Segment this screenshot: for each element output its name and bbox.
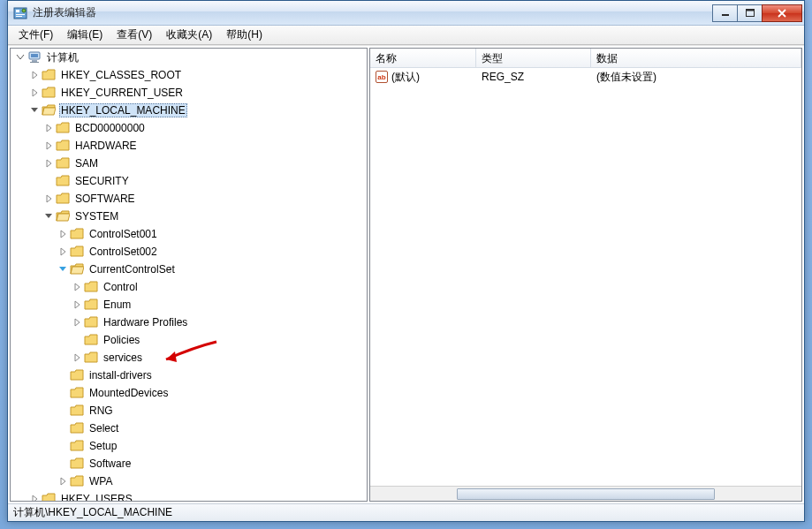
list-row[interactable]: ab (默认) REG_SZ (数值未设置) xyxy=(370,68,801,86)
blank-toggle xyxy=(42,175,55,187)
expand-icon[interactable] xyxy=(28,69,41,81)
tree-node-rng[interactable]: RNG xyxy=(57,402,367,419)
tree-label: SECURITY xyxy=(73,175,131,187)
expand-icon[interactable] xyxy=(71,281,83,293)
expand-icon[interactable] xyxy=(42,193,55,205)
horizontal-scrollbar[interactable] xyxy=(370,486,801,501)
tree-node-wpa[interactable]: WPA xyxy=(57,472,367,490)
tree-node-computer[interactable]: 计算机 xyxy=(14,49,367,66)
menu-favorites[interactable]: 收藏夹(A) xyxy=(159,26,219,44)
tree-node-enum[interactable]: Enum xyxy=(71,296,367,314)
expand-icon[interactable] xyxy=(28,493,41,502)
tree-label: RNG xyxy=(87,404,115,417)
folder-icon xyxy=(84,281,98,293)
statusbar-path: 计算机\HKEY_LOCAL_MACHINE xyxy=(13,505,172,520)
expand-icon[interactable] xyxy=(42,122,55,134)
blank-toggle xyxy=(57,457,69,470)
folder-icon xyxy=(42,493,56,502)
collapse-icon[interactable] xyxy=(42,210,55,223)
tree-node-hku[interactable]: HKEY_USERS xyxy=(28,490,367,502)
tree-node-hwprofiles[interactable]: Hardware Profiles xyxy=(71,314,367,331)
tree-label: 计算机 xyxy=(45,50,80,65)
tree-label: Policies xyxy=(102,334,141,346)
expand-icon[interactable] xyxy=(57,475,69,487)
folder-open-icon xyxy=(42,104,56,117)
minimize-button[interactable] xyxy=(712,4,737,22)
expand-icon[interactable] xyxy=(28,87,41,99)
folder-open-icon xyxy=(70,263,84,276)
tree-node-install-drivers[interactable]: install-drivers xyxy=(57,367,367,384)
tree-label: BCD00000000 xyxy=(73,122,147,134)
tree-label: HKEY_LOCAL_MACHINE xyxy=(59,103,187,117)
window-title: 注册表编辑器 xyxy=(33,5,712,20)
values-panel: 名称 类型 数据 ab (默认) REG_SZ (数值未设置) xyxy=(369,48,802,502)
expand-icon[interactable] xyxy=(42,157,55,170)
maximize-button[interactable] xyxy=(737,4,762,22)
list-body[interactable]: ab (默认) REG_SZ (数值未设置) xyxy=(370,68,801,486)
folder-icon xyxy=(84,316,98,329)
expand-icon[interactable] xyxy=(71,351,83,364)
tree-node-bcd[interactable]: BCD00000000 xyxy=(42,119,367,137)
tree-node-mounted[interactable]: MountedDevices xyxy=(57,384,367,402)
tree-label: WPA xyxy=(87,475,114,487)
collapse-icon[interactable] xyxy=(57,263,69,276)
menu-edit[interactable]: 编辑(E) xyxy=(60,26,110,44)
svg-rect-2 xyxy=(16,14,25,15)
tree-node-software2[interactable]: Software xyxy=(57,455,367,472)
tree-node-hardware[interactable]: HARDWARE xyxy=(42,137,367,155)
tree-node-control[interactable]: Control xyxy=(71,278,367,296)
svg-rect-9 xyxy=(32,60,37,62)
tree-node-cs001[interactable]: ControlSet001 xyxy=(57,225,367,243)
tree-node-system[interactable]: SYSTEM xyxy=(42,208,367,225)
tree-node-cs002[interactable]: ControlSet002 xyxy=(57,243,367,261)
menu-help[interactable]: 帮助(H) xyxy=(219,26,269,44)
computer-icon xyxy=(27,50,42,64)
tree-node-select[interactable]: Select xyxy=(57,419,367,437)
value-type: REG_SZ xyxy=(476,70,591,84)
tree-node-sam[interactable]: SAM xyxy=(42,155,367,172)
menu-file[interactable]: 文件(F) xyxy=(11,26,60,44)
expand-icon[interactable] xyxy=(42,140,55,152)
tree-node-software[interactable]: SOFTWARE xyxy=(42,190,367,208)
blank-toggle xyxy=(57,369,69,382)
svg-rect-10 xyxy=(30,62,39,63)
tree-label: ControlSet001 xyxy=(87,228,159,240)
tree-node-hklm[interactable]: HKEY_LOCAL_MACHINE xyxy=(28,102,367,119)
tree-panel[interactable]: 计算机 HKEY_CLASSES_ROOT xyxy=(10,48,368,502)
tree-node-hkcr[interactable]: HKEY_CLASSES_ROOT xyxy=(28,66,367,84)
tree-label: SAM xyxy=(73,157,100,170)
collapse-icon[interactable] xyxy=(14,51,27,64)
tree-node-services[interactable]: services xyxy=(71,349,367,367)
tree-node-hkcu[interactable]: HKEY_CURRENT_USER xyxy=(28,84,367,102)
tree-label: MountedDevices xyxy=(87,387,170,399)
svg-point-4 xyxy=(22,9,26,12)
expand-icon[interactable] xyxy=(71,299,83,311)
folder-icon xyxy=(70,404,84,417)
tree-node-security[interactable]: SECURITY xyxy=(42,172,367,190)
folder-icon xyxy=(70,387,84,399)
tree-label: install-drivers xyxy=(87,369,154,382)
tree-node-setup[interactable]: Setup xyxy=(57,437,367,455)
blank-toggle xyxy=(71,334,83,346)
scrollbar-thumb[interactable] xyxy=(457,488,716,500)
tree-label: SYSTEM xyxy=(73,210,120,223)
titlebar[interactable]: 注册表编辑器 xyxy=(8,1,804,26)
col-header-type[interactable]: 类型 xyxy=(476,49,591,67)
tree-label: Software xyxy=(87,457,133,470)
menubar: 文件(F) 编辑(E) 查看(V) 收藏夹(A) 帮助(H) xyxy=(8,26,804,45)
col-header-data[interactable]: 数据 xyxy=(591,49,801,67)
close-button[interactable] xyxy=(762,4,802,22)
tree-node-policies[interactable]: Policies xyxy=(71,331,367,349)
menu-view[interactable]: 查看(V) xyxy=(110,26,159,44)
expand-icon[interactable] xyxy=(57,246,69,258)
col-header-name[interactable]: 名称 xyxy=(370,49,476,67)
tree-node-ccs[interactable]: CurrentControlSet xyxy=(57,261,367,278)
expand-icon[interactable] xyxy=(57,228,69,240)
folder-icon xyxy=(70,246,84,258)
blank-toggle xyxy=(57,387,69,399)
tree-label: HARDWARE xyxy=(73,140,139,152)
expand-icon[interactable] xyxy=(71,316,83,329)
collapse-icon[interactable] xyxy=(28,104,41,117)
svg-rect-3 xyxy=(16,16,22,17)
svg-rect-8 xyxy=(31,54,38,57)
